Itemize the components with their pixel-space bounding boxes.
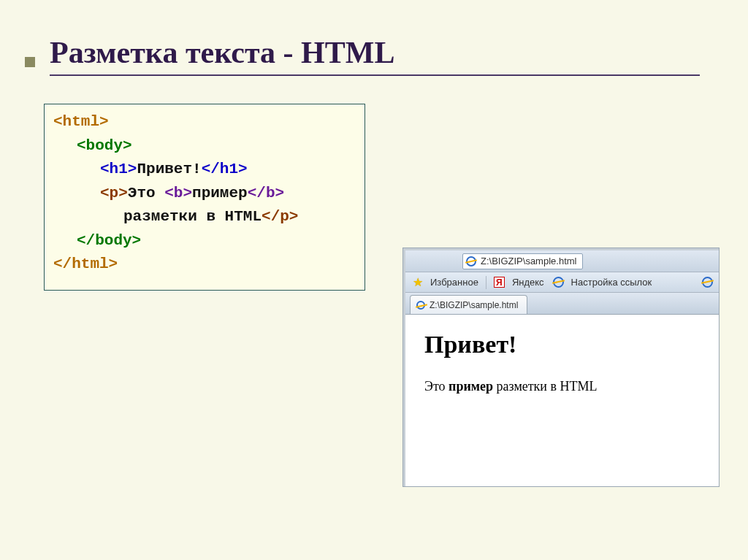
code-html-close: </html> [53, 256, 118, 272]
code-body-open: <body> [77, 137, 132, 154]
ie-small-icon [553, 277, 564, 288]
yandex-link[interactable]: Яндекс [512, 277, 544, 288]
code-p-close: </p> [262, 208, 298, 225]
favorites-label[interactable]: Избранное [430, 277, 478, 288]
favorites-row: ★ Избранное Я Яндекс Настройка ссылок [405, 272, 719, 293]
code-line2: разметки в HTML [123, 208, 262, 225]
address-text: Z:\BIGZIP\sample.html [481, 256, 576, 266]
tab-row: Z:\BIGZIP\sample.html [405, 293, 719, 315]
yandex-icon[interactable]: Я [494, 277, 505, 288]
code-html-open: <html> [53, 113, 109, 130]
tab-sample[interactable]: Z:\BIGZIP\sample.html [410, 295, 527, 314]
code-h1-open: <h1> [100, 161, 137, 177]
code-p-open: <p> [100, 185, 128, 202]
code-b-close: </b> [248, 185, 284, 202]
star-icon[interactable]: ★ [413, 275, 423, 289]
rendered-paragraph: Это пример разметки в HTML [424, 379, 700, 394]
separator [486, 276, 486, 289]
ie-icon [466, 256, 476, 266]
code-box: <html> <body> <h1>Привет!</h1> <p>Это <b… [44, 104, 365, 291]
address-input[interactable]: Z:\BIGZIP\sample.html [462, 253, 583, 269]
code-body-close: </body> [77, 232, 141, 249]
rendered-p-after: разметки в HTML [493, 379, 597, 394]
code-h1-text: Привет! [137, 161, 201, 177]
browser-preview: Z:\BIGZIP\sample.html ★ Избранное Я Янде… [403, 248, 719, 486]
title-bullet [25, 57, 35, 67]
code-b-text: пример [192, 185, 248, 202]
code-h1-close: </h1> [202, 161, 248, 177]
slide-title: Разметка текста - HTML [50, 35, 700, 76]
settings-link[interactable]: Настройка ссылок [571, 277, 652, 288]
rendered-bold: пример [449, 379, 493, 394]
ie-small-icon-2 [702, 277, 713, 288]
rendered-heading: Привет! [424, 331, 700, 358]
tab-title: Z:\BIGZIP\sample.html [430, 300, 518, 310]
code-b-open: <b> [164, 185, 192, 202]
tab-ie-icon [416, 301, 425, 310]
address-bar-row: Z:\BIGZIP\sample.html [405, 250, 719, 272]
rendered-p-before: Это [424, 379, 449, 394]
code-p-t1: Это [128, 185, 164, 202]
rendered-page: Привет! Это пример разметки в HTML [405, 315, 719, 486]
